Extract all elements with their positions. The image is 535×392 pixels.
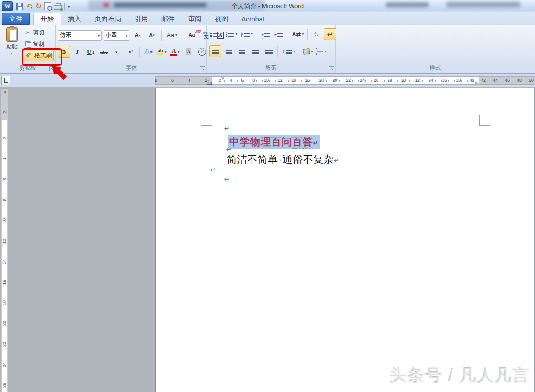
lines-icon: [286, 49, 292, 54]
underline-button[interactable]: U: [84, 46, 97, 58]
font-color-icon: A: [170, 48, 177, 56]
bullets-button[interactable]: [209, 28, 223, 40]
print-preview-icon[interactable]: [44, 2, 51, 10]
align-left-button[interactable]: [209, 45, 221, 57]
paste-button[interactable]: 粘贴 ▾: [3, 27, 21, 64]
ruler-number: 8: [155, 77, 157, 84]
shading-button[interactable]: [302, 45, 314, 57]
left-indent-marker[interactable]: [207, 82, 211, 84]
clear-formatting-button[interactable]: Aa: [186, 29, 198, 41]
customize-qat-icon[interactable]: ▾: [68, 4, 70, 9]
font-group: 仿宋 小四 A A Aa Aa wén 文 A B I U abe x: [56, 25, 207, 73]
vertical-ruler[interactable]: 42 2468101214161820222426: [1, 88, 8, 392]
align-center-button[interactable]: [222, 45, 235, 57]
bold-button[interactable]: B: [58, 46, 70, 58]
paint-bucket-icon: [303, 48, 311, 55]
font-size-combo[interactable]: 小四: [104, 30, 129, 41]
first-line-indent-marker[interactable]: [221, 77, 225, 80]
scrollbar-edge: [534, 88, 535, 392]
ruler-number: 2: [2, 111, 7, 113]
ruler-number: 20: [333, 77, 337, 84]
ruler-number: 16: [305, 77, 310, 84]
ruler-number: 20: [2, 321, 7, 326]
document-page[interactable]: [155, 88, 535, 392]
text-effects-button[interactable]: A: [142, 46, 155, 58]
justify-button[interactable]: [249, 45, 262, 57]
ribbon-tab[interactable]: 邮件: [155, 13, 181, 25]
ribbon-tab-bar: 文件开始插入页面布局引用邮件审阅视图Acrobat: [0, 12, 535, 25]
right-indent-marker[interactable]: [474, 81, 478, 84]
increase-indent-button[interactable]: ▸: [273, 28, 285, 40]
subtitle-part-a: 简洁不简单: [227, 154, 278, 165]
distribute-button[interactable]: [262, 45, 275, 57]
ribbon-tab-label: 邮件: [161, 15, 175, 23]
multilevel-icon: 1ai: [241, 32, 242, 37]
subscript-button[interactable]: x₂: [111, 46, 124, 58]
ribbon-tab[interactable]: 插入: [61, 13, 88, 25]
lines-icon: [213, 32, 219, 37]
shrink-font-button[interactable]: A: [146, 29, 158, 41]
ribbon-tab[interactable]: 引用: [128, 13, 155, 25]
save-icon[interactable]: [16, 3, 23, 10]
horizontal-ruler[interactable]: 8642 24681012141618202224262830323436384…: [155, 76, 535, 85]
sort-icon: AZ ↓: [314, 31, 319, 38]
paragraph-mark: ↵: [224, 176, 230, 183]
ruler-number: 44: [493, 77, 498, 84]
ribbon-tab[interactable]: 文件: [2, 13, 30, 25]
asian-layout-button[interactable]: A⇄: [291, 28, 305, 40]
paragraph-mark: ↵: [210, 166, 216, 173]
strikethrough-button[interactable]: abe: [98, 46, 110, 58]
selected-title-text[interactable]: 中学物理百问百答↵: [228, 135, 320, 149]
word-logo-icon[interactable]: W: [2, 1, 13, 11]
font-dialog-launcher-icon[interactable]: [200, 66, 205, 71]
change-case-button[interactable]: Aa: [165, 29, 178, 41]
font-color-letter: A: [172, 48, 176, 53]
divider: [277, 46, 278, 57]
ribbon-tab[interactable]: 视图: [208, 13, 235, 25]
font-name-combo[interactable]: 仿宋: [58, 30, 102, 41]
ribbon-tab[interactable]: 开始: [33, 13, 61, 25]
clipboard-dialog-launcher-icon[interactable]: [49, 66, 54, 71]
decrease-indent-button[interactable]: ◂: [260, 28, 272, 40]
font-color-button[interactable]: A: [169, 46, 181, 58]
divider: [64, 3, 65, 10]
paste-label: 粘贴: [6, 43, 18, 51]
font-group-label: 字体: [56, 64, 207, 72]
tab-stop-selector[interactable]: [1, 76, 10, 85]
highlight-color-bar: [157, 53, 163, 55]
format-painter-button[interactable]: 格式刷: [23, 50, 54, 61]
character-shading-button[interactable]: A: [182, 46, 195, 58]
redo-icon[interactable]: ↻: [36, 3, 42, 10]
ruler-number: 10: [2, 218, 7, 223]
sort-button[interactable]: AZ ↓: [310, 28, 323, 40]
copy-button[interactable]: 复制: [23, 38, 54, 50]
cut-button[interactable]: ✂ 剪切: [23, 27, 54, 38]
subtitle-text[interactable]: 简洁不简单·通俗不复杂↵: [227, 153, 339, 166]
align-right-button[interactable]: [236, 45, 248, 57]
left-tab-icon: [4, 78, 8, 83]
paragraph-dialog-launcher-icon[interactable]: [329, 66, 334, 71]
italic-button[interactable]: I: [71, 46, 84, 58]
ribbon-tab[interactable]: 页面布局: [88, 13, 128, 25]
ribbon-tab[interactable]: 审阅: [181, 13, 208, 25]
undo-button[interactable]: ↶▾: [26, 2, 33, 11]
show-hide-marks-button[interactable]: ↵: [324, 28, 336, 40]
ruler-band: 8642 24681012141618202224262830323436384…: [0, 73, 535, 87]
ruler-number: 34: [429, 77, 433, 84]
superscript-button[interactable]: x²: [125, 46, 137, 58]
numbering-button[interactable]: 123: [224, 28, 239, 40]
ruler-number: 12: [278, 77, 283, 84]
lines-icon: [244, 32, 250, 37]
ribbon-tab[interactable]: Acrobat: [235, 13, 271, 25]
ruler-number: 8: [2, 199, 7, 201]
multilevel-list-button[interactable]: 1ai: [240, 28, 254, 40]
text-highlight-button[interactable]: ab: [156, 46, 168, 58]
align-right-icon: [239, 49, 245, 54]
line-spacing-button[interactable]: ⇕: [280, 45, 296, 57]
print-icon[interactable]: [54, 3, 62, 10]
borders-button[interactable]: [315, 45, 327, 57]
grow-font-button[interactable]: A: [131, 29, 144, 41]
ruler-number: 24: [360, 77, 365, 84]
ribbon-tab-label: 页面布局: [94, 15, 121, 23]
ruler-number: 30: [401, 77, 406, 84]
